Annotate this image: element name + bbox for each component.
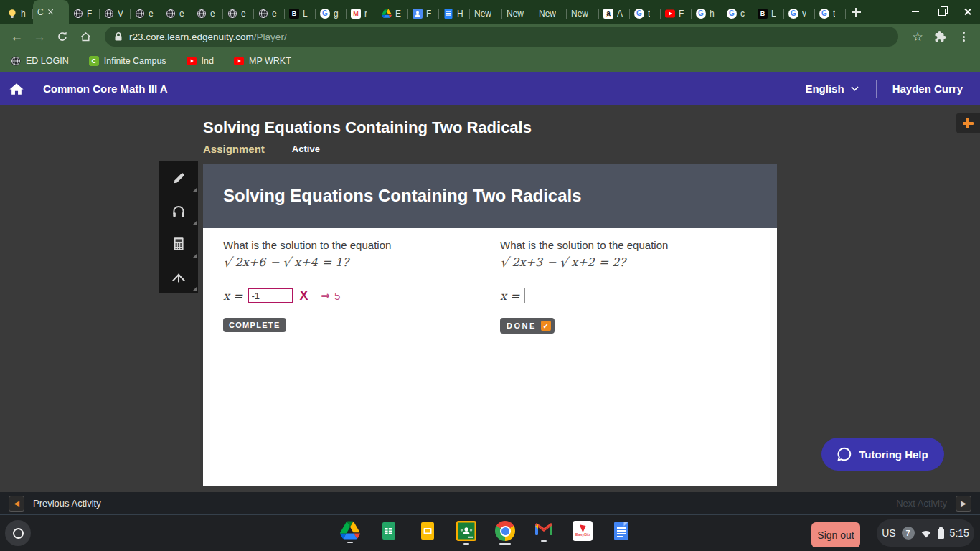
browser-tab[interactable]: New — [502, 3, 534, 24]
minus-sign: − — [270, 255, 279, 269]
previous-activity[interactable]: ◀ Previous Activity — [9, 496, 101, 512]
new-tab-button[interactable] — [846, 2, 866, 22]
home-button[interactable] — [75, 26, 96, 47]
slides-icon — [418, 521, 438, 541]
status-tray[interactable]: US 7 5:15 — [877, 519, 974, 547]
answer-input[interactable] — [524, 288, 570, 303]
page-subtitle: Assignment Active — [203, 143, 320, 155]
shelf-app-easybib[interactable]: EasyBib — [573, 521, 593, 541]
browser-tab[interactable]: Gt — [630, 3, 661, 24]
extensions-button[interactable] — [930, 26, 951, 47]
shelf-app-drive[interactable] — [340, 521, 360, 545]
browser-tab[interactable]: Gt — [815, 3, 846, 24]
b-logo-icon: B — [758, 9, 768, 19]
language-selector[interactable]: English — [805, 83, 875, 95]
forward-button[interactable]: → — [29, 26, 50, 47]
question-left: What is the solution to the equation √2x… — [223, 239, 391, 332]
page-title: Solving Equations Containing Two Radical… — [203, 118, 532, 137]
infinite-campus-icon: C — [89, 56, 99, 66]
activity-card: Solving Equations Containing Two Radical… — [203, 164, 777, 486]
shelf-app-gmail[interactable] — [534, 521, 554, 545]
close-tab-icon[interactable] — [47, 9, 54, 15]
close-window-button[interactable] — [954, 0, 980, 24]
launcher-button[interactable] — [5, 520, 31, 546]
done-button[interactable]: DONE ✓ — [500, 318, 555, 334]
tutoring-help-button[interactable]: Tutoring Help — [821, 438, 944, 471]
tab-title: e — [149, 9, 154, 19]
browser-tab[interactable]: New — [567, 3, 599, 24]
previous-activity-button[interactable]: ◀ — [9, 496, 24, 512]
os-shelf: EasyBib Sign out US 7 5:15 — [0, 515, 980, 551]
browser-tab[interactable]: Gg — [316, 3, 347, 24]
shelf-app-slides[interactable] — [418, 521, 438, 545]
collapse-tool-button[interactable] — [159, 260, 198, 293]
shelf-app-sheets[interactable] — [379, 521, 399, 545]
browser-tab[interactable]: Gh — [692, 3, 722, 24]
sign-out-button[interactable]: Sign out — [811, 522, 860, 547]
browser-tab[interactable]: V — [100, 3, 131, 24]
home-button-lms[interactable] — [0, 72, 33, 105]
radicand: 2x+6 — [234, 255, 267, 269]
browser-tab[interactable]: New — [470, 3, 502, 24]
browser-menu-button[interactable] — [953, 26, 974, 47]
answer-input[interactable] — [248, 288, 293, 303]
shelf-app-chrome[interactable] — [495, 521, 515, 545]
browser-tab[interactable]: F — [69, 3, 100, 24]
reload-button[interactable] — [52, 26, 73, 47]
triangle-left-icon: ◀ — [14, 500, 19, 507]
browser-tab[interactable]: e — [192, 3, 223, 24]
tab-title: e — [241, 9, 246, 19]
restore-button[interactable] — [928, 0, 954, 24]
sqrt-symbol: √ — [283, 256, 291, 269]
activity-status-label: Active — [292, 143, 320, 154]
calculator-tool-button[interactable] — [159, 227, 198, 260]
user-menu[interactable]: Hayden Curry — [877, 83, 980, 95]
drive-icon — [382, 9, 392, 19]
audio-tool-button[interactable] — [159, 194, 198, 227]
browser-tab[interactable]: Mr — [347, 3, 377, 24]
browser-tab[interactable]: aA — [599, 3, 630, 24]
browser-tab[interactable]: e — [161, 3, 192, 24]
back-button[interactable]: ← — [6, 26, 27, 47]
browser-tab[interactable]: Gv — [784, 3, 815, 24]
next-activity[interactable]: Next Activity ▶ — [896, 496, 971, 512]
browser-tab[interactable]: h — [3, 3, 33, 24]
correct-answer-value: 5 — [334, 290, 340, 302]
browser-tab[interactable]: F — [408, 3, 439, 24]
globe-icon — [227, 9, 237, 19]
next-activity-button[interactable]: ▶ — [956, 496, 971, 512]
bookmark-ind[interactable]: Ind — [187, 56, 214, 66]
shelf-app-docs[interactable] — [611, 521, 631, 545]
bookmark-star-button[interactable]: ☆ — [907, 26, 928, 47]
minimize-button[interactable] — [903, 0, 928, 24]
bookmark-mp-wrkt[interactable]: MP WRKT — [234, 56, 291, 66]
browser-tab[interactable]: e — [131, 3, 161, 24]
complete-badge: COMPLETE — [223, 318, 286, 332]
puzzle-icon — [935, 31, 946, 42]
browser-tab[interactable]: F — [661, 3, 692, 24]
question-prompt: What is the solution to the equation — [223, 239, 391, 251]
browser-tab[interactable]: Gc — [722, 3, 753, 24]
browser-tab[interactable]: e — [223, 3, 254, 24]
tutoring-help-label: Tutoring Help — [859, 448, 928, 461]
address-bar[interactable]: r23.core.learn.edgenuity.com/Player/ — [105, 27, 898, 47]
tab-title: e — [179, 9, 184, 19]
browser-tab[interactable]: e — [254, 3, 285, 24]
activity-title: Solving Equations Containing Two Radical… — [223, 186, 582, 206]
youtube-icon — [234, 56, 244, 66]
browser-tab-active[interactable]: C — [33, 0, 69, 24]
browser-tab[interactable]: BL — [753, 3, 784, 24]
browser-tab[interactable]: E — [377, 3, 408, 24]
shelf-app-classroom[interactable] — [456, 521, 476, 545]
bookmark-ed-login[interactable]: ED LOGIN — [11, 56, 69, 66]
browser-tab[interactable]: BL — [285, 3, 316, 24]
question-right: What is the solution to the equation √2x… — [500, 239, 668, 334]
browser-tab[interactable]: H — [439, 3, 470, 24]
side-panel-toggle[interactable] — [956, 113, 980, 133]
notification-count-badge: 7 — [902, 527, 915, 540]
highlighter-tool-button[interactable] — [159, 161, 198, 194]
globe-icon — [135, 9, 145, 19]
bookmark-infinite-campus[interactable]: C Infinite Campus — [89, 56, 166, 66]
tab-title: e — [272, 9, 277, 19]
browser-tab[interactable]: New — [534, 3, 567, 24]
